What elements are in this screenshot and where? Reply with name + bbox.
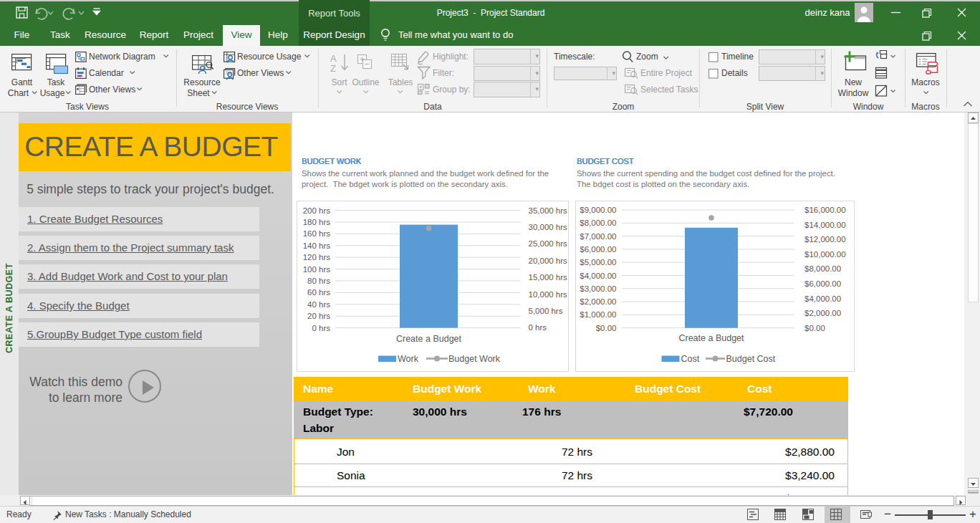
svg-text:180 hrs: 180 hrs <box>303 218 331 226</box>
svg-text:Create a Budget: Create a Budget <box>396 334 462 344</box>
svg-text:120 hrs: 120 hrs <box>303 253 331 262</box>
svg-text:40 hrs: 40 hrs <box>307 300 330 309</box>
svg-text:Work: Work <box>398 354 419 364</box>
svg-text:Budget Work: Budget Work <box>448 354 501 364</box>
svg-text:$4,000.00: $4,000.00 <box>804 294 841 303</box>
svg-text:$7,000.00: $7,000.00 <box>580 232 616 241</box>
svg-text:80 hrs: 80 hrs <box>307 277 330 285</box>
svg-text:20 hrs: 20 hrs <box>307 312 330 320</box>
svg-text:200 hrs: 200 hrs <box>303 206 331 215</box>
svg-text:10,000 hrs: 10,000 hrs <box>529 290 568 299</box>
svg-text:15,000 hrs: 15,000 hrs <box>529 273 568 282</box>
svg-text:160 hrs: 160 hrs <box>303 229 331 238</box>
svg-text:$10,000.00: $10,000.00 <box>804 250 846 259</box>
svg-text:25,000 hrs: 25,000 hrs <box>529 239 568 248</box>
svg-text:Budget Cost: Budget Cost <box>726 354 776 364</box>
svg-text:$3,000.00: $3,000.00 <box>580 284 616 293</box>
svg-text:$2,000.00: $2,000.00 <box>804 309 841 317</box>
svg-text:Create a Budget: Create a Budget <box>678 333 744 343</box>
svg-text:60 hrs: 60 hrs <box>307 288 330 297</box>
svg-text:0 hrs: 0 hrs <box>312 324 330 332</box>
svg-text:$16,000.00: $16,000.00 <box>804 206 846 214</box>
svg-text:Z: Z <box>330 63 336 74</box>
svg-text:5,000 hrs: 5,000 hrs <box>529 307 563 315</box>
svg-text:35,000 hrs: 35,000 hrs <box>529 206 568 215</box>
svg-text:$1,000.00: $1,000.00 <box>580 310 616 319</box>
svg-text:$0.00: $0.00 <box>804 324 825 332</box>
svg-text:$14,000.00: $14,000.00 <box>804 221 846 229</box>
svg-text:$12,000.00: $12,000.00 <box>804 235 846 244</box>
svg-text:20,000 hrs: 20,000 hrs <box>529 256 568 265</box>
svg-text:140 hrs: 140 hrs <box>303 241 331 250</box>
svg-text:$6,000.00: $6,000.00 <box>580 245 616 254</box>
svg-text:$5,000.00: $5,000.00 <box>580 258 616 267</box>
svg-text:Cost: Cost <box>681 354 700 364</box>
svg-text:$9,000.00: $9,000.00 <box>580 206 616 214</box>
svg-text:0 hrs: 0 hrs <box>529 323 547 332</box>
svg-text:$4,000.00: $4,000.00 <box>580 272 616 280</box>
svg-text:30,000 hrs: 30,000 hrs <box>529 223 568 231</box>
svg-text:$6,000.00: $6,000.00 <box>804 279 841 288</box>
svg-text:$2,000.00: $2,000.00 <box>580 297 616 306</box>
svg-text:$8,000.00: $8,000.00 <box>804 264 841 273</box>
svg-text:$0.00: $0.00 <box>596 324 617 332</box>
svg-text:100 hrs: 100 hrs <box>303 265 331 274</box>
svg-text:A: A <box>330 53 337 64</box>
svg-text:$8,000.00: $8,000.00 <box>580 219 616 227</box>
